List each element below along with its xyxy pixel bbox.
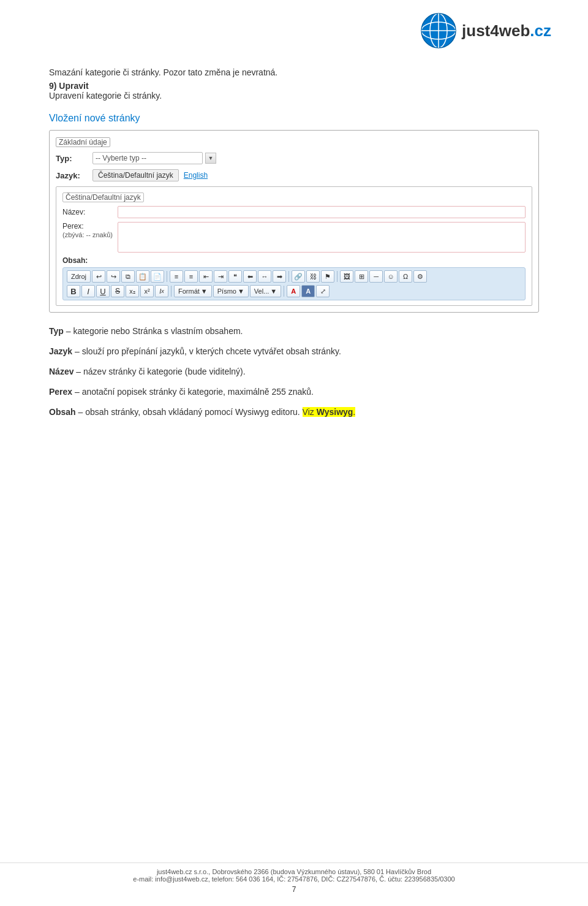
toolbar-align-left-btn[interactable]: ⬅ [243,270,257,283]
toolbar-italic-btn[interactable]: I [81,285,95,297]
nazev-input[interactable] [118,206,526,218]
toolbar-ol-btn[interactable]: ≡ [184,270,198,283]
toolbar-table-btn[interactable]: ⊞ [355,270,368,283]
undo-icon: ↩ [96,273,102,281]
toolbar-anchor-btn[interactable]: ⚑ [321,270,334,283]
toolbar-redo-btn[interactable]: ↪ [107,270,120,283]
hr-icon: ─ [374,273,379,280]
toolbar-quote-btn[interactable]: ❝ [228,270,242,283]
toolbar-unlink-btn[interactable]: ⛓ [306,270,320,283]
toolbar-font-btn[interactable]: Písmo ▼ [213,285,249,297]
copy-icon: ⧉ [126,273,130,281]
toolbar-sep2 [288,271,289,282]
obsah-viz-link[interactable]: Wysiwyg [317,407,353,417]
toolbar-special-btn[interactable]: Ω [399,270,412,283]
jazyk-dash: – [72,346,82,356]
toolbar-hr-btn[interactable]: ─ [369,270,383,283]
toolbar-underline-btn[interactable]: U [96,285,110,297]
font-label: Písmo [217,287,236,295]
perex-label: Perex: (zbývá: -- znaků) [62,222,118,239]
toolbar-sep1 [167,271,167,282]
toolbar-strike-btn[interactable]: S [111,285,124,297]
typ-text: kategorie nebo Stránka s vlastním obsahe… [73,326,243,336]
footer-line1: just4web.cz s.r.o., Dobrovského 2366 (bu… [0,868,588,875]
page-number: 7 [0,885,588,894]
main-content: Smazání kategorie či stránky. Pozor tato… [37,67,551,419]
toolbar-config-btn[interactable]: ⚙ [413,270,427,283]
obsah-dash: – [76,407,86,417]
toolbar-indent-btn[interactable]: ⇥ [214,270,227,283]
toolbar-copy-btn[interactable]: ⧉ [121,270,135,283]
obsah-term: Obsah [49,407,76,417]
toolbar-subscript-btn[interactable]: x₂ [126,285,139,297]
toolbar-undo-btn[interactable]: ↩ [92,270,105,283]
logo-area: just4web.cz [37,12,551,49]
font-arrow-icon: ▼ [238,287,244,295]
perex-row: Perex: (zbývá: -- znaků) [62,222,526,253]
logo-text: just4web.cz [462,21,551,40]
toolbar-paste-text-btn[interactable]: 📄 [151,270,164,283]
special-char-icon: Ω [403,273,408,280]
toolbar-size-btn[interactable]: Vel... ▼ [250,285,281,297]
outdent-icon: ⇤ [203,273,209,281]
section-title: Upravit [59,81,88,91]
size-label: Vel... [254,287,269,295]
toolbar-link-btn[interactable]: 🔗 [292,270,305,283]
image-icon: 🖼 [344,273,350,280]
page-footer: just4web.cz s.r.o., Dobrovského 2366 (bu… [0,862,588,894]
globe-icon [420,12,457,49]
type-select-wrapper: -- Vyberte typ -- ▼ [92,152,216,164]
lang-tab-czech[interactable]: Čeština/Defaultní jazyk [92,169,179,181]
jazyk-text: slouží pro přepínání jazyků, v kterých c… [82,346,341,356]
nazev-term: Název [49,367,74,376]
redo-icon: ↪ [111,273,116,281]
typ-dash: – [64,326,74,336]
toolbar-bg-color-btn[interactable]: A [301,285,315,297]
typ-desc: Typ – kategorie nebo Stránka s vlastním … [49,325,539,338]
toolbar-image-btn[interactable]: 🖼 [340,270,353,283]
form-legend: Základní údaje [56,137,110,147]
align-center-icon: ↔ [262,273,268,280]
toolbar-outdent-btn[interactable]: ⇤ [199,270,213,283]
toolbar-smiley-btn[interactable]: ☺ [384,270,398,283]
type-select[interactable]: -- Vyberte typ -- [92,152,203,164]
source-label: Zdroj [71,273,86,280]
nazev-row: Název: [62,206,526,218]
toolbar-source-btn[interactable]: Zdroj [67,270,91,283]
toolbar-align-right-btn[interactable]: ➡ [273,270,286,283]
toolbar-bold-btn[interactable]: B [67,285,80,297]
logo-cz: .cz [530,21,551,40]
anchor-icon: ⚑ [325,273,331,281]
obsah-viz-suffix: . [353,407,355,417]
toolbar-row1: Zdroj ↩ ↪ ⧉ 📋 [67,270,521,283]
toolbar-ul-btn[interactable]: ≡ [170,270,183,283]
type-select-value: -- Vyberte typ -- [96,154,146,162]
section-9: 9) Upravit Upravení kategorie či stránky… [49,81,539,101]
typ-row: Typ: -- Vyberte typ -- ▼ [56,152,532,164]
perex-text: anotační popisek stránky či kategorie, m… [82,387,314,397]
unlink-icon: ⛓ [310,273,317,280]
footer-line2: e-mail: info@just4web.cz, telefon: 564 0… [0,875,588,883]
toolbar-format-btn[interactable]: Formát ▼ [174,285,212,297]
jazyk-desc: Jazyk – slouží pro přepínání jazyků, v k… [49,345,539,358]
logo-just4: just4 [462,21,499,40]
jazyk-label: Jazyk: [56,171,92,180]
section-number: 9) [49,81,56,91]
smiley-icon: ☺ [387,273,394,280]
toolbar-font-color-btn[interactable]: A [287,285,300,297]
align-left-icon: ⬅ [247,273,253,281]
toolbar-paste-btn[interactable]: 📋 [136,270,149,283]
select-arrow-icon[interactable]: ▼ [205,153,216,164]
nazev-text: název stránky či kategorie (bude viditel… [83,367,246,376]
perex-dash: – [72,387,82,397]
toolbar-align-center-btn[interactable]: ↔ [258,270,271,283]
wysiwyg-toolbar: Zdroj ↩ ↪ ⧉ 📋 [62,267,526,300]
perex-textarea[interactable] [118,222,526,253]
toolbar-superscript-btn[interactable]: x² [140,285,154,297]
toolbar-sep5 [284,286,284,297]
toolbar-fullscreen-btn[interactable]: ⤢ [316,285,330,297]
lang-tab-english[interactable]: English [184,171,208,180]
lang-section-box: Čeština/Defaultní jazyk Název: Perex: (z… [56,186,532,306]
toolbar-clear-format-btn[interactable]: Ix [155,285,168,297]
logo-web: web [499,21,530,40]
